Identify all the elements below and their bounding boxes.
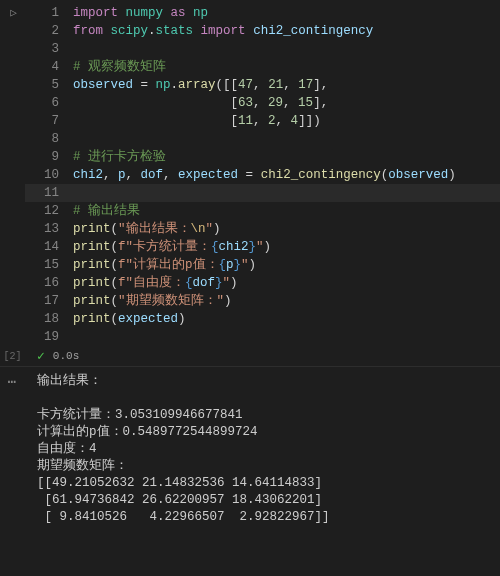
number: 21 (268, 78, 283, 92)
line-number: 5 (25, 76, 73, 94)
code-line: 4 # 观察频数矩阵 (25, 58, 500, 76)
indent (73, 96, 231, 110)
line-number: 18 (25, 310, 73, 328)
number: 11 (238, 114, 253, 128)
paren: ( (111, 222, 119, 236)
paren: ( (111, 258, 119, 272)
paren: ) (178, 312, 186, 326)
output-line: [ 9.8410526 4.22966507 2.92822967]] (37, 510, 330, 524)
line-number: 19 (25, 328, 73, 346)
output-line: [[49.21052632 21.14832536 14.64114833] (37, 476, 322, 490)
code-line: 18 print(expected) (25, 310, 500, 328)
paren: ) (249, 258, 257, 272)
code-line: 7 [11, 2, 4]]) (25, 112, 500, 130)
paren: ( (111, 312, 119, 326)
code-line: 1 import numpy as np (25, 4, 500, 22)
code-line: 14 print(f"卡方统计量：{chi2}") (25, 238, 500, 256)
identifier: chi2 (73, 168, 103, 182)
line-number: 4 (25, 58, 73, 76)
fstring-brace: { (185, 276, 193, 290)
line-number: 17 (25, 292, 73, 310)
comma: , (276, 114, 291, 128)
identifier: expected (118, 312, 178, 326)
keyword: import (73, 6, 118, 20)
output-menu-icon[interactable]: ⋯ (0, 373, 25, 576)
comment: # 观察频数矩阵 (73, 60, 166, 74)
number: 29 (268, 96, 283, 110)
bracket: ], (313, 78, 328, 92)
code-line-current: 11 (25, 184, 500, 202)
function: print (73, 276, 111, 290)
code-line: 5 observed = np.array([[47, 21, 17], (25, 76, 500, 94)
line-number: 15 (25, 256, 73, 274)
run-cell-icon[interactable]: ▷ (10, 4, 15, 22)
code-line: 13 print("输出结果：\n") (25, 220, 500, 238)
string: " (223, 276, 231, 290)
paren: ) (213, 222, 221, 236)
fstring-brace: { (211, 240, 219, 254)
comma: , (163, 168, 178, 182)
line-number: 11 (25, 184, 73, 202)
comma: , (283, 78, 298, 92)
submodule: stats (156, 24, 194, 38)
string: " (256, 240, 264, 254)
keyword: import (201, 24, 246, 38)
code-line: 17 print("期望频数矩阵：") (25, 292, 500, 310)
identifier: observed (388, 168, 448, 182)
output-text: 输出结果： 卡方统计量：3.053109946677841 计算出的p值：0.5… (25, 373, 500, 576)
code-line: 8 (25, 130, 500, 148)
alias: np (193, 6, 208, 20)
line-number: 14 (25, 238, 73, 256)
indent (73, 114, 231, 128)
line-number: 13 (25, 220, 73, 238)
operator: = (238, 168, 261, 182)
code-editor[interactable]: 1 import numpy as np 2 from scipy.stats … (25, 0, 500, 346)
dot: . (148, 24, 156, 38)
comma: , (253, 78, 268, 92)
code-line: 16 print(f"自由度：{dof}") (25, 274, 500, 292)
code-line: 2 from scipy.stats import chi2_contingen… (25, 22, 500, 40)
identifier: expected (178, 168, 238, 182)
line-number: 10 (25, 166, 73, 184)
paren: ) (230, 276, 238, 290)
string: f"计算出的p值： (118, 258, 219, 272)
code-line: 15 print(f"计算出的p值：{p}") (25, 256, 500, 274)
number: 47 (238, 78, 253, 92)
function: print (73, 312, 111, 326)
number: 4 (291, 114, 299, 128)
dot: . (171, 78, 179, 92)
fstring-brace: } (215, 276, 223, 290)
identifier: chi2_contingency (253, 24, 373, 38)
output-line: 期望频数矩阵： (37, 459, 128, 473)
identifier: observed (73, 78, 133, 92)
function: print (73, 258, 111, 272)
paren: ) (264, 240, 272, 254)
operator: = (133, 78, 156, 92)
fstring-brace: { (219, 258, 227, 272)
code-line: 12 # 输出结果 (25, 202, 500, 220)
bracket: ], (313, 96, 328, 110)
bracket: ([[ (216, 78, 239, 92)
function: array (178, 78, 216, 92)
bracket: [ (231, 114, 239, 128)
string: " (206, 222, 214, 236)
code-line: 19 (25, 328, 500, 346)
paren: ( (111, 276, 119, 290)
success-check-icon: ✓ (37, 348, 45, 364)
line-number: 6 (25, 94, 73, 112)
identifier: dof (141, 168, 164, 182)
line-number: 9 (25, 148, 73, 166)
string: "期望频数矩阵：" (118, 294, 224, 308)
paren: ) (448, 168, 456, 182)
paren: ( (111, 294, 119, 308)
output-line: 计算出的p值：0.5489772544899724 (37, 425, 258, 439)
cell-status-row: [2] ✓ 0.0s (0, 346, 500, 366)
comma: , (103, 168, 118, 182)
module: scipy (111, 24, 149, 38)
line-number: 12 (25, 202, 73, 220)
code-line: 6 [63, 29, 15], (25, 94, 500, 112)
comma: , (283, 96, 298, 110)
exec-count: [2] (0, 351, 25, 362)
number: 15 (298, 96, 313, 110)
line-number: 16 (25, 274, 73, 292)
